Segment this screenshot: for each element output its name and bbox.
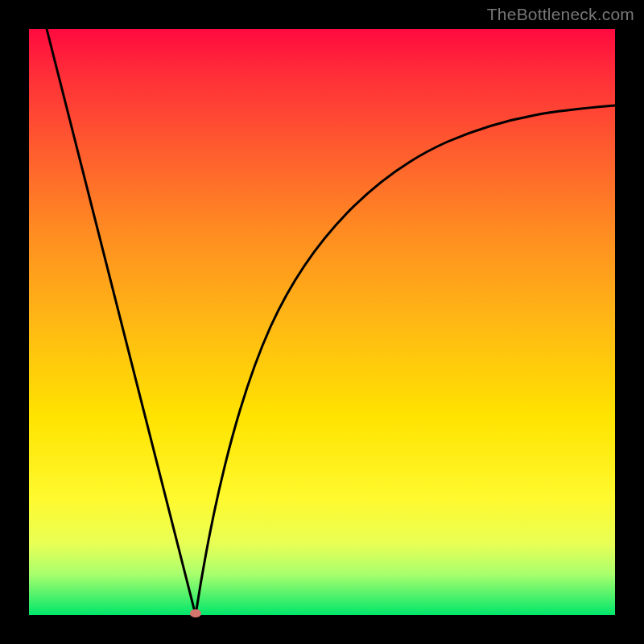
minimum-marker <box>190 609 201 617</box>
curve-left-branch <box>47 29 196 615</box>
watermark-text: TheBottleneck.com <box>487 5 634 24</box>
bottleneck-curve <box>29 29 615 615</box>
curve-right-branch <box>196 105 615 615</box>
plot-area <box>29 29 615 615</box>
chart-frame: TheBottleneck.com <box>0 0 644 644</box>
